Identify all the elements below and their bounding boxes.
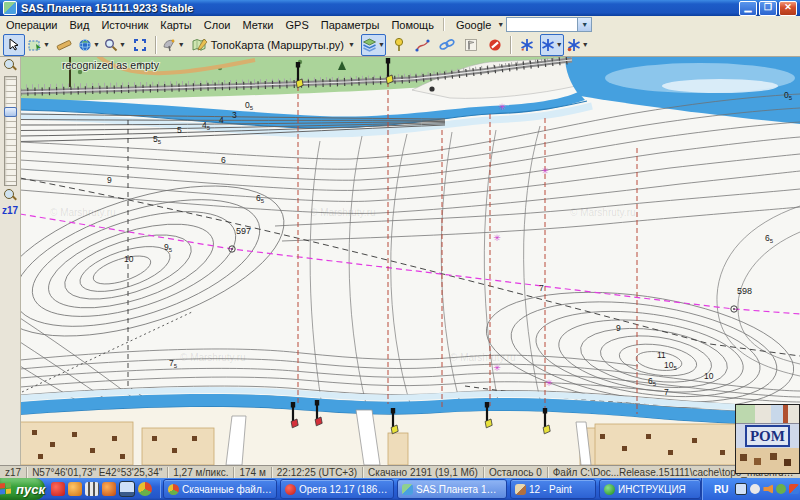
pointer-tool-button[interactable] — [3, 34, 25, 56]
gps-connect-button[interactable]: ▼ — [540, 34, 564, 56]
language-indicator[interactable]: RU — [710, 483, 732, 496]
zoom-in-icon[interactable] — [4, 59, 17, 72]
start-button[interactable]: пуск — [0, 478, 45, 500]
google-search-dropdown-icon[interactable]: ▼ — [577, 18, 591, 31]
task-buttons: Скачанные файлы - ... Opera 12.17 (1863)… — [163, 478, 701, 500]
menu-operations[interactable]: Операции — [0, 18, 63, 32]
opera-quicklaunch-icon[interactable] — [51, 482, 65, 496]
no-entry-icon — [488, 38, 502, 52]
quick-launch — [45, 481, 158, 497]
globe-icon — [78, 38, 92, 52]
download-manager-button[interactable]: ▼ — [161, 34, 186, 56]
menu-view[interactable]: Вид — [63, 18, 95, 32]
depth-label: 05 — [245, 100, 254, 111]
security-quicklaunch-icon[interactable] — [68, 482, 82, 496]
depth-labels: 05344555560596595107576591110510657 — [107, 90, 793, 397]
chevron-down-icon: ▼ — [178, 41, 185, 48]
menu-marks[interactable]: Метки — [236, 18, 279, 32]
menu-layers[interactable]: Слои — [198, 18, 237, 32]
google-menu[interactable]: Google — [448, 18, 495, 32]
status-time: 22:12:25 (UTC+3) — [272, 467, 363, 478]
link-button[interactable] — [436, 34, 458, 56]
watermark-text: © Marshruty.ru — [570, 207, 636, 218]
zoom-out-icon[interactable] — [4, 189, 17, 202]
browser-quicklaunch-icon[interactable] — [102, 482, 116, 496]
inset-sign: РОМ — [736, 424, 799, 448]
asterisk-mark: ✳ — [493, 233, 501, 243]
taskbar-window-instruction[interactable]: ИНСТРУКЦИЯ — [599, 479, 701, 499]
selection-tool-button[interactable]: ▼ — [27, 34, 51, 56]
chevron-down-icon: ▼ — [93, 41, 100, 48]
flag-icon — [464, 38, 478, 52]
satellite-dish-icon — [162, 38, 177, 52]
main-area: z17 — [0, 56, 800, 465]
google-search-box[interactable]: ▼ — [506, 17, 592, 32]
chevron-down-icon: ▼ — [378, 41, 385, 48]
menu-help[interactable]: Помощь — [385, 18, 440, 32]
beach-tree — [429, 86, 434, 91]
depth-label: 65 — [648, 376, 657, 387]
zoom-slider-handle[interactable] — [4, 107, 17, 117]
asterisk-mark: ✳ — [493, 363, 501, 373]
taskbar-window-sasplanet[interactable]: SAS.Планета 15111... — [397, 479, 507, 499]
chevron-down-icon: ▼ — [43, 41, 50, 48]
fullscreen-button[interactable] — [129, 34, 151, 56]
gps-track-button[interactable]: ▼ — [566, 34, 590, 56]
gps-status-icon[interactable] — [789, 484, 799, 494]
chrome-quicklaunch-icon[interactable] — [138, 482, 152, 496]
close-button[interactable]: ✕ — [779, 1, 797, 16]
watermarks: © Marshruty.ru© Marshruty.ru© Marshruty.… — [50, 207, 636, 363]
minimize-button[interactable]: ▁ — [739, 1, 757, 16]
map-source-button[interactable]: ТопоКарта (Маршруты.ру) ▼ — [188, 34, 359, 56]
google-search-input[interactable] — [507, 18, 577, 31]
placemark-button[interactable] — [388, 34, 410, 56]
menu-source[interactable]: Источник — [95, 18, 154, 32]
taskbar-window-paint[interactable]: 12 - Paint — [510, 479, 596, 499]
window-title: SAS.Планета 151111.9233 Stable — [21, 2, 739, 14]
placemark-icon — [393, 37, 405, 52]
zoom-slider[interactable] — [4, 76, 17, 186]
inset-town-strip — [736, 448, 799, 473]
inset-preview[interactable]: РОМ — [735, 404, 800, 474]
menu-maps[interactable]: Карты — [154, 18, 197, 32]
menu-gps[interactable]: GPS — [280, 18, 315, 32]
depth-label: 11 — [657, 350, 666, 360]
taskbar-window-downloads[interactable]: Скачанные файлы - ... — [163, 479, 277, 499]
ruler-tool-button[interactable] — [53, 34, 75, 56]
status-zoom: z17 — [0, 467, 27, 478]
apps-grid-icon[interactable] — [85, 482, 99, 496]
map-canvas[interactable]: © Marshruty.ru© Marshruty.ru© Marshruty.… — [20, 56, 800, 465]
layers-button[interactable]: ▼ — [361, 34, 386, 56]
map-source-label: ТопоКарта (Маршруты.ру) — [211, 39, 344, 51]
restore-button[interactable]: ❐ — [759, 1, 777, 16]
status-downloaded: Скачано 2191 (19,1 Мб) — [363, 467, 484, 478]
taskbar-window-opera[interactable]: Opera 12.17 (1863): ... — [280, 479, 394, 499]
map-viewport[interactable]: © Marshruty.ru© Marshruty.ru© Marshruty.… — [20, 56, 800, 465]
flag-marker-button[interactable] — [460, 34, 482, 56]
gps-star-icon — [520, 38, 534, 52]
display-quicklaunch-icon[interactable] — [119, 481, 135, 497]
antivirus-icon[interactable] — [776, 484, 786, 494]
block-tool-button[interactable] — [484, 34, 506, 56]
chevron-down-icon: ▼ — [556, 41, 563, 48]
paint-icon — [515, 484, 526, 495]
depth-label: 4 — [219, 115, 224, 125]
route-tool-button[interactable] — [412, 34, 434, 56]
menu-parameters[interactable]: Параметры — [315, 18, 386, 32]
chevron-down-icon: ▼ — [119, 41, 126, 48]
zoom-tool-button[interactable]: ▼ — [103, 34, 127, 56]
volume-icon[interactable] — [763, 484, 773, 494]
chevron-down-icon: ▼ — [497, 21, 504, 28]
gps-marker-button[interactable] — [516, 34, 538, 56]
globe-view-button[interactable]: ▼ — [77, 34, 101, 56]
device-icon[interactable] — [750, 484, 760, 494]
depth-label: 65 — [256, 193, 265, 204]
empty-tile-label: recognized as empty — [62, 59, 160, 71]
opera-icon — [285, 484, 296, 495]
network-icon[interactable] — [735, 483, 747, 495]
inset-sign-text: РОМ — [745, 425, 790, 447]
chevron-down-icon: ▼ — [348, 41, 355, 48]
toolbar-separator — [510, 36, 512, 54]
watermark-text: © Marshruty.ru — [50, 207, 116, 218]
depth-label: 7 — [664, 387, 669, 397]
